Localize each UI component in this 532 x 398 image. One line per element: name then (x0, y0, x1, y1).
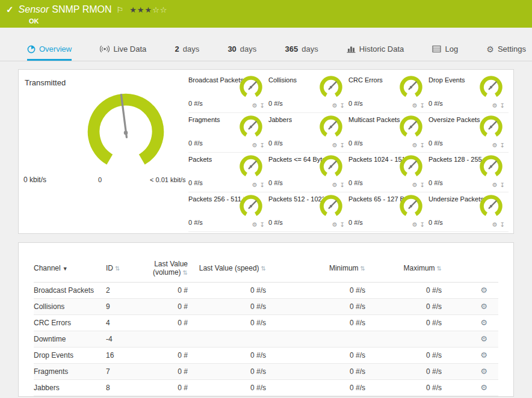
channel-settings-icon[interactable]: ⚙ (480, 334, 487, 343)
tab-overview[interactable]: Overview (27, 44, 72, 61)
gear-icon[interactable]: ⚙ (332, 142, 338, 148)
tab-settings[interactable]: ⚙ Settings (486, 44, 526, 61)
table-row[interactable]: Collisions 9 0 # 0 #/s 0 #/s 0 #/s ⚙ (34, 298, 498, 314)
channel-settings-icon[interactable]: ⚙ (480, 351, 487, 360)
channel-gauge[interactable]: Broadcast Packets 0 #/s ⚙↧ (188, 73, 268, 113)
download-icon[interactable]: ↧ (340, 221, 345, 228)
col-header-last-value-speed[interactable]: Last Value (speed)⇅ (196, 256, 274, 282)
tab-live-data[interactable]: Live Data (100, 44, 146, 61)
tab-365-days-unit: days (302, 44, 318, 54)
cell-maximum: 0 #/s (374, 282, 450, 298)
channel-gauge[interactable]: Fragments 0 #/s ⚙↧ (188, 113, 268, 153)
col-header-id-label: ID (106, 264, 113, 272)
gear-icon[interactable]: ⚙ (252, 221, 258, 228)
table-row[interactable]: Jabbers 8 0 # 0 #/s 0 #/s 0 #/s ⚙ (34, 379, 498, 396)
tab-365-days[interactable]: 365 days (285, 44, 318, 61)
channel-settings-icon[interactable]: ⚙ (480, 383, 487, 392)
channel-gauge[interactable]: CRC Errors 0 #/s ⚙↧ (348, 73, 428, 113)
table-row[interactable]: Fragments 7 0 # 0 #/s 0 #/s 0 #/s ⚙ (34, 363, 498, 379)
channel-gauge[interactable]: Multicast Packets 0 #/s ⚙↧ (348, 113, 428, 153)
download-icon[interactable]: ↧ (340, 142, 345, 148)
gauge-dial-icon (320, 155, 342, 178)
download-icon[interactable]: ↧ (500, 102, 505, 109)
col-header-channel[interactable]: Channel▼ (34, 256, 106, 282)
channel-settings-icon[interactable]: ⚙ (480, 318, 487, 327)
tab-30-days[interactable]: 30 days (227, 44, 256, 61)
gear-icon[interactable]: ⚙ (492, 221, 498, 228)
channel-gauge[interactable]: Packets <= 64 Byte 0 #/s ⚙↧ (268, 153, 348, 192)
col-header-id[interactable]: ID⇅ (106, 256, 141, 282)
gear-icon[interactable]: ⚙ (412, 102, 418, 109)
cell-maximum: 0 #/s (374, 298, 450, 314)
channel-gauge[interactable]: Undersize Packets 0 #/s ⚙↧ (428, 192, 509, 232)
gauge-dial-icon (480, 195, 503, 218)
gear-icon[interactable]: ⚙ (492, 142, 498, 148)
table-row[interactable]: Broadcast Packets 2 0 # 0 #/s 0 #/s 0 #/… (34, 282, 498, 298)
channel-gauge-value: 0 #/s (268, 179, 283, 186)
gear-icon[interactable]: ⚙ (412, 182, 418, 188)
download-icon[interactable]: ↧ (260, 221, 265, 228)
stars-empty[interactable]: ☆☆ (152, 5, 167, 14)
download-icon[interactable]: ↧ (500, 182, 505, 188)
download-icon[interactable]: ↧ (500, 142, 505, 148)
channel-gauge-value: 0 #/s (348, 219, 363, 226)
download-icon[interactable]: ↧ (420, 102, 425, 109)
gear-icon[interactable]: ⚙ (332, 182, 338, 188)
gear-icon[interactable]: ⚙ (492, 102, 498, 109)
channel-gauge[interactable]: Jabbers 0 #/s ⚙↧ (268, 113, 348, 153)
channel-gauge[interactable]: Packets 128 - 255 Bytes 0 #/s ⚙↧ (428, 153, 509, 192)
cell-channel: CRC Errors (34, 314, 106, 331)
col-header-last-value-volume[interactable]: Last Value (volume)⇅ (141, 256, 196, 282)
sort-icon: ⇅ (437, 265, 442, 272)
gauge-dial-icon (480, 115, 503, 138)
download-icon[interactable]: ↧ (420, 142, 425, 148)
gear-icon[interactable]: ⚙ (252, 142, 258, 148)
gauge-dial-icon (320, 76, 342, 99)
col-header-minimum[interactable]: Minimum⇅ (274, 256, 374, 282)
gear-icon[interactable]: ⚙ (252, 102, 258, 109)
stars-filled[interactable]: ★★★ (129, 5, 152, 14)
download-icon[interactable]: ↧ (340, 182, 345, 188)
channel-settings-icon[interactable]: ⚙ (480, 367, 487, 376)
channel-gauge[interactable]: Collisions 0 #/s ⚙↧ (268, 73, 348, 113)
table-row[interactable]: CRC Errors 4 0 # 0 #/s 0 #/s 0 #/s ⚙ (34, 314, 498, 331)
gauge-dial-icon (480, 155, 503, 178)
channel-gauge-title: Multicast Packets (348, 116, 400, 123)
priority-stars[interactable]: ★★★☆☆ (129, 5, 167, 14)
channel-gauge[interactable]: Packets 512 - 1023 Byt... 0 #/s ⚙↧ (268, 192, 348, 232)
table-row[interactable]: Downtime -4 ⚙ (34, 331, 498, 347)
download-icon[interactable]: ↧ (260, 102, 265, 109)
channel-gauge[interactable]: Packets 0 #/s ⚙↧ (188, 153, 268, 192)
channel-settings-icon[interactable]: ⚙ (480, 302, 487, 311)
download-icon[interactable]: ↧ (260, 182, 265, 188)
download-icon[interactable]: ↧ (260, 142, 265, 148)
channel-settings-icon[interactable]: ⚙ (480, 286, 487, 295)
gear-icon[interactable]: ⚙ (492, 182, 498, 188)
channel-gauge[interactable]: Packets 65 - 127 Bytes 0 #/s ⚙↧ (348, 192, 428, 232)
gear-icon[interactable]: ⚙ (332, 221, 338, 228)
tab-2-days[interactable]: 2 days (175, 44, 199, 61)
col-header-maximum[interactable]: Maximum⇅ (374, 256, 450, 282)
channel-gauge[interactable]: Packets 1024 - 1518 B... 0 #/s ⚙↧ (348, 153, 428, 192)
download-icon[interactable]: ↧ (500, 221, 505, 228)
gear-icon[interactable]: ⚙ (252, 182, 258, 188)
channel-gauge[interactable]: Oversize Packets 0 #/s ⚙↧ (428, 113, 509, 153)
gear-icon[interactable]: ⚙ (412, 142, 418, 148)
gear-icon[interactable]: ⚙ (412, 221, 418, 228)
tab-historic-data[interactable]: Historic Data (347, 44, 404, 61)
channel-gauge[interactable]: Drop Events 0 #/s ⚙↧ (428, 73, 509, 113)
download-icon[interactable]: ↧ (340, 102, 345, 109)
channel-gauge-value: 0 #/s (428, 139, 443, 147)
tab-log[interactable]: Log (432, 44, 458, 61)
tab-365-days-number: 365 (285, 44, 298, 54)
table-row[interactable]: Drop Events 16 0 # 0 #/s 0 #/s 0 #/s ⚙ (34, 347, 498, 363)
download-icon[interactable]: ↧ (420, 182, 425, 188)
sort-desc-icon: ▼ (63, 266, 68, 272)
cell-last-value-volume: 0 # (141, 282, 196, 298)
log-list-icon (432, 45, 441, 53)
channel-gauge[interactable]: Packets 256 - 511 Bytes 0 #/s ⚙↧ (188, 192, 268, 232)
gear-icon[interactable]: ⚙ (332, 102, 338, 109)
cell-minimum: 0 #/s (274, 298, 374, 314)
flag-icon[interactable]: ⚐ (117, 5, 124, 14)
download-icon[interactable]: ↧ (420, 221, 425, 228)
